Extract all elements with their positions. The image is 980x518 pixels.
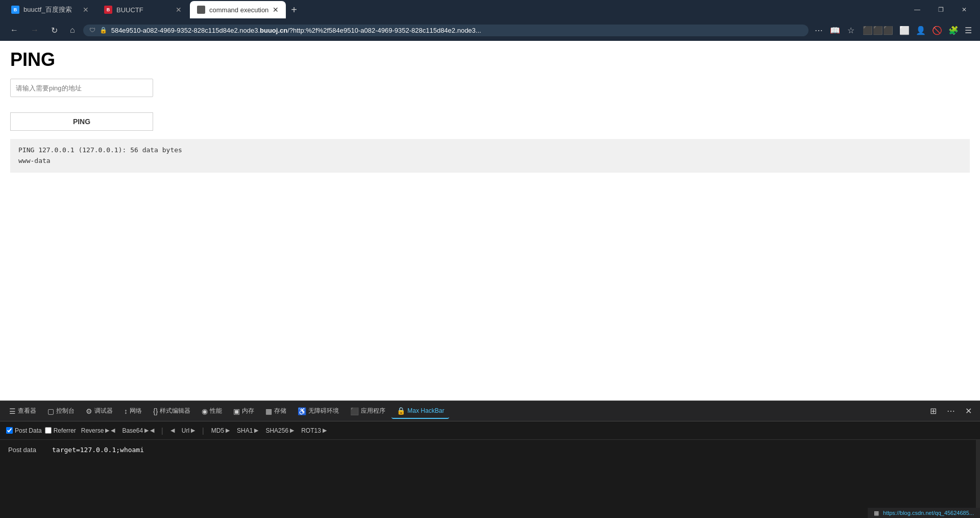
devtools-tab-network[interactable]: ↕ 网络 <box>119 404 147 418</box>
devtools-tab-performance[interactable]: ◉ 性能 <box>197 404 227 418</box>
blocked-btn[interactable]: 🚫 <box>930 23 944 37</box>
reverse-arrow-right: ▶ <box>105 427 109 434</box>
status-bar-icon: ▦ <box>874 510 879 516</box>
devtools-close-btn[interactable]: ✕ <box>961 404 976 418</box>
rot13-btn[interactable]: ROT13 ▶ <box>299 426 329 435</box>
devtools-tab-memory[interactable]: ▣ 内存 <box>228 404 259 418</box>
md5-btn[interactable]: MD5 ▶ <box>209 426 232 435</box>
hackbar-toolbar: Post Data Referrer Reverse ▶ ◀ Base64 ▶ … <box>0 421 980 440</box>
post-data-scrollbar[interactable] <box>976 440 980 518</box>
devtools-tab-max-hackbar[interactable]: 🔒 Max HackBar <box>391 404 449 419</box>
sha1-btn[interactable]: SHA1 ▶ <box>235 426 260 435</box>
referrer-checkbox[interactable] <box>45 427 52 434</box>
ping-input[interactable] <box>10 79 153 97</box>
devtools-tab-console[interactable]: ▢ 控制台 <box>42 404 80 418</box>
browser-chrome: B buuctf_百度搜索 ✕ B BUUCTF ✕ command execu… <box>0 0 980 41</box>
forward-button[interactable]: → <box>27 23 43 37</box>
url-encode-btn[interactable]: ◀ <box>168 426 177 435</box>
extensions-area: ⬛⬛⬛ ⬜ 👤 🚫 🧩 ☰ <box>861 23 974 37</box>
network-icon: ↕ <box>124 407 128 415</box>
devtools-tab-inspector[interactable]: ☰ 查看器 <box>4 404 41 418</box>
nav-bar: ← → ↻ ⌂ 🛡 🔒 584e9510-a082-4969-9352-828c… <box>0 19 980 41</box>
accessibility-label: 无障碍环境 <box>308 407 339 415</box>
page-title: PING <box>10 49 970 70</box>
post-data-area: Post data target=127.0.0.1;whoami <box>0 440 980 518</box>
tab-close-2[interactable]: ✕ <box>176 6 182 14</box>
url-arrow-left: ◀ <box>170 427 175 434</box>
base64-label: Base64 <box>122 427 143 434</box>
post-data-checkbox-label[interactable]: Post Data <box>6 427 42 434</box>
reverse-arrow-left: ◀ <box>111 427 115 434</box>
sidebar-btn[interactable]: ⬛⬛⬛ <box>861 23 895 37</box>
tab-buuctf[interactable]: B BUUCTF ✕ <box>97 1 189 18</box>
url-btn[interactable]: Url ▶ <box>180 426 197 435</box>
minimize-button[interactable]: — <box>905 1 929 18</box>
sha1-label: SHA1 <box>237 427 253 434</box>
screenshot-btn[interactable]: ⬜ <box>897 23 912 37</box>
url-label: Url <box>182 427 189 434</box>
devtools-actions: ⊞ ⋯ ✕ <box>926 404 976 418</box>
console-label: 控制台 <box>56 407 75 415</box>
back-button[interactable]: ← <box>6 23 22 37</box>
reverse-label: Reverse <box>81 427 104 434</box>
devtools-more-btn[interactable]: ⋯ <box>943 404 959 418</box>
bookmarks-btn[interactable]: ⋯ <box>813 23 825 37</box>
reverse-btn[interactable]: Reverse ▶ ◀ <box>79 426 117 435</box>
accessibility-icon: ♿ <box>298 407 306 415</box>
referrer-checkbox-label[interactable]: Referrer <box>45 427 76 434</box>
base64-arrow-right: ▶ <box>144 427 149 434</box>
inspector-icon: ☰ <box>9 407 16 415</box>
devtools-tab-storage[interactable]: ▦ 存储 <box>260 404 291 418</box>
rot13-label: ROT13 <box>301 427 321 434</box>
sha256-btn[interactable]: SHA256 ▶ <box>263 426 296 435</box>
performance-label: 性能 <box>210 407 222 415</box>
storage-label: 存储 <box>274 407 286 415</box>
tab-bar: B buuctf_百度搜索 ✕ B BUUCTF ✕ command execu… <box>0 0 980 19</box>
post-data-textarea[interactable]: target=127.0.0.1;whoami <box>46 440 976 518</box>
console-icon: ▢ <box>47 407 54 415</box>
devtools-dock-btn[interactable]: ⊞ <box>926 404 941 418</box>
address-text: 584e9510-a082-4969-9352-828c115d84e2.nod… <box>111 27 802 34</box>
tab-close-1[interactable]: ✕ <box>83 6 89 14</box>
ping-button[interactable]: PING <box>10 112 153 131</box>
close-button[interactable]: ✕ <box>952 1 976 18</box>
devtools-tab-debugger[interactable]: ⚙ 调试器 <box>81 404 118 418</box>
output-line-1: PING 127.0.0.1 (127.0.0.1): 56 data byte… <box>18 145 962 156</box>
storage-icon: ▦ <box>265 407 272 415</box>
tab-command-execution[interactable]: command execution ✕ <box>190 1 286 18</box>
tab-label-1: buuctf_百度搜索 <box>23 5 79 14</box>
account-btn[interactable]: 👤 <box>914 23 928 37</box>
devtools-panel: ☰ 查看器 ▢ 控制台 ⚙ 调试器 ↕ 网络 {} 样式编辑器 ◉ 性能 ▣ 内… <box>0 401 980 518</box>
page-content: PING PING PING 127.0.0.1 (127.0.0.1): 56… <box>0 41 980 401</box>
maximize-button[interactable]: ❐ <box>929 1 952 18</box>
devtools-tab-app-programs[interactable]: ⬛ 应用程序 <box>345 404 390 418</box>
devtools-tab-accessibility[interactable]: ♿ 无障碍环境 <box>292 404 344 418</box>
tab-close-3[interactable]: ✕ <box>273 6 279 14</box>
rot13-arrow: ▶ <box>323 427 327 434</box>
tab-favicon-3 <box>197 6 205 14</box>
separator-2: | <box>202 427 204 435</box>
ping-output: PING 127.0.0.1 (127.0.0.1): 56 data byte… <box>10 139 970 173</box>
post-data-field-label: Post data <box>0 440 46 518</box>
nav-actions: ⋯ 📖 ☆ <box>813 23 856 37</box>
base64-arrow-left: ◀ <box>150 427 154 434</box>
lock-icon: 🔒 <box>100 27 107 34</box>
home-button[interactable]: ⌂ <box>66 23 79 37</box>
tab-buuctf-search[interactable]: B buuctf_百度搜索 ✕ <box>4 1 96 18</box>
extensions-btn[interactable]: 🧩 <box>946 23 961 37</box>
reload-button[interactable]: ↻ <box>47 23 62 37</box>
status-bar: ▦ https://blog.csdn.net/qq_45624685... <box>868 508 980 518</box>
memory-label: 内存 <box>242 407 254 415</box>
status-bar-url: https://blog.csdn.net/qq_45624685... <box>883 510 974 516</box>
devtools-tab-style-editor[interactable]: {} 样式编辑器 <box>148 404 195 418</box>
base64-btn[interactable]: Base64 ▶ ◀ <box>120 426 156 435</box>
address-bar[interactable]: 🛡 🔒 584e9510-a082-4969-9352-828c115d84e2… <box>83 25 808 36</box>
md5-label: MD5 <box>211 427 224 434</box>
reader-view-btn[interactable]: 📖 <box>828 23 842 37</box>
post-data-checkbox[interactable] <box>6 427 13 434</box>
menu-btn[interactable]: ☰ <box>963 23 974 37</box>
new-tab-button[interactable]: + <box>287 2 301 18</box>
bookmark-star-btn[interactable]: ☆ <box>845 23 856 37</box>
memory-icon: ▣ <box>233 407 240 415</box>
shield-icon: 🛡 <box>89 27 95 34</box>
